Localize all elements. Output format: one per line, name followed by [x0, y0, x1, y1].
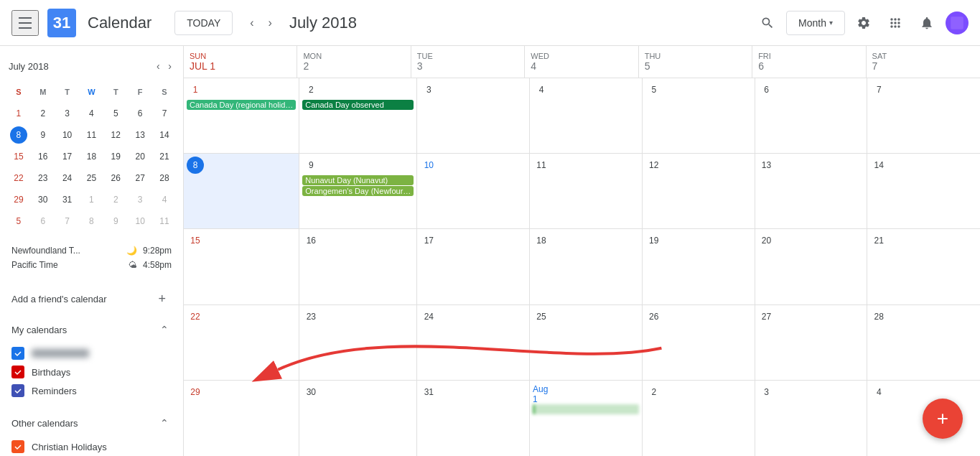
today-button[interactable]: TODAY — [174, 11, 233, 35]
calendar-item-birthdays[interactable]: Birthdays — [11, 363, 172, 381]
mini-cal-day[interactable]: 2 — [32, 103, 55, 124]
mini-cal-day[interactable]: 26 — [104, 168, 127, 188]
mini-cal-day[interactable]: 20 — [129, 146, 151, 167]
mini-cal-day[interactable]: 16 — [32, 146, 55, 167]
calendar-checkbox-reminders[interactable] — [11, 384, 24, 397]
mini-cal-day[interactable]: 1 — [80, 190, 103, 210]
mini-cal-next-button[interactable]: › — [165, 57, 174, 75]
other-calendars-collapse-button[interactable]: ⌃ — [157, 414, 172, 432]
mini-cal-day[interactable]: 2 — [104, 190, 127, 210]
cal-cell-jul23[interactable]: 23 — [299, 305, 417, 381]
mini-cal-day[interactable]: 8 — [7, 125, 30, 145]
mini-cal-day[interactable]: 19 — [104, 146, 127, 167]
mini-cal-day[interactable]: 29 — [7, 190, 30, 210]
event-canada-day[interactable]: Canada Day (regional holid… — [187, 100, 296, 110]
cal-cell-jul29[interactable]: 29 — [184, 381, 299, 456]
calendar-item-christian-holidays[interactable]: Christian Holidays — [11, 437, 172, 456]
event-orangemens-day[interactable]: Orangemen's Day (Newfour… — [302, 186, 414, 196]
cal-cell-jul4[interactable]: 4 — [530, 78, 643, 154]
cal-cell-aug2[interactable]: 2 — [643, 381, 755, 456]
view-selector[interactable]: Month ▾ — [786, 11, 845, 35]
cal-cell-jul27[interactable]: 27 — [755, 305, 868, 381]
mini-cal-day[interactable]: 8 — [80, 211, 103, 231]
cal-cell-jul18[interactable]: 18 — [530, 229, 643, 304]
mini-cal-day[interactable]: 23 — [32, 168, 55, 188]
mini-cal-day[interactable]: 10 — [129, 211, 151, 231]
cal-cell-jul28[interactable]: 28 — [867, 305, 980, 381]
event-aug-blurred[interactable] — [533, 404, 639, 414]
cal-cell-jul25[interactable]: 25 — [530, 305, 643, 381]
mini-cal-day[interactable]: 31 — [56, 190, 79, 210]
mini-cal-day[interactable]: 7 — [56, 211, 79, 231]
cal-cell-jul11[interactable]: 11 — [530, 154, 643, 229]
cal-cell-jul26[interactable]: 26 — [643, 305, 755, 381]
prev-month-button[interactable]: ‹ — [244, 11, 259, 35]
mini-cal-day[interactable]: 9 — [104, 211, 127, 231]
cal-cell-jul9[interactable]: 9 Nunavut Day (Nunavut) Orangemen's Day … — [299, 154, 417, 229]
mini-cal-day[interactable]: 12 — [104, 125, 127, 145]
cal-cell-jul12[interactable]: 12 — [643, 154, 755, 229]
cal-cell-jul13[interactable]: 13 — [755, 154, 868, 229]
cal-cell-jul2[interactable]: 2 Canada Day observed — [299, 78, 417, 154]
calendar-item-personal[interactable] — [11, 344, 172, 363]
create-event-fab[interactable]: + — [923, 399, 963, 439]
event-nunavut-day[interactable]: Nunavut Day (Nunavut) — [302, 175, 414, 185]
mini-cal-day[interactable]: 6 — [32, 211, 55, 231]
mini-cal-day[interactable]: 4 — [153, 190, 176, 210]
apps-button[interactable] — [882, 10, 908, 36]
mini-cal-day[interactable]: 5 — [104, 103, 127, 124]
cal-cell-jul22[interactable]: 22 — [184, 305, 299, 381]
search-button[interactable] — [755, 10, 780, 36]
mini-cal-day[interactable]: 3 — [56, 103, 79, 124]
cal-cell-jul14[interactable]: 14 — [867, 154, 980, 229]
next-month-button[interactable]: › — [263, 11, 278, 35]
cal-cell-jul8[interactable]: 8 — [184, 154, 299, 229]
cal-cell-aug1[interactable]: Aug 1 — [530, 381, 643, 456]
cal-cell-jul21[interactable]: 21 — [867, 229, 980, 304]
mini-cal-day[interactable]: 10 — [56, 125, 79, 145]
event-canada-day-observed[interactable]: Canada Day observed — [302, 100, 414, 110]
cal-cell-jul31[interactable]: 31 — [417, 381, 530, 456]
cal-cell-jul6[interactable]: 6 — [755, 78, 868, 154]
mini-cal-day[interactable]: 22 — [7, 168, 30, 188]
notifications-button[interactable] — [914, 10, 940, 36]
cal-cell-jul19[interactable]: 19 — [643, 229, 755, 304]
mini-cal-day[interactable]: 14 — [153, 125, 176, 145]
calendar-checkbox-birthdays[interactable] — [11, 366, 24, 378]
mini-cal-day[interactable]: 30 — [32, 190, 55, 210]
cal-cell-jul5[interactable]: 5 — [643, 78, 755, 154]
mini-cal-day[interactable]: 4 — [80, 103, 103, 124]
cal-cell-jul1[interactable]: 1 Canada Day (regional holid… — [184, 78, 299, 154]
cal-cell-jul17[interactable]: 17 — [417, 229, 530, 304]
mini-cal-day[interactable]: 25 — [80, 168, 103, 188]
mini-cal-day[interactable]: 13 — [129, 125, 151, 145]
mini-cal-prev-button[interactable]: ‹ — [154, 57, 163, 75]
cal-cell-jul20[interactable]: 20 — [755, 229, 868, 304]
mini-cal-day[interactable]: 6 — [129, 103, 151, 124]
hamburger-menu[interactable] — [11, 10, 39, 36]
cal-cell-jul10[interactable]: 10 — [417, 154, 530, 229]
calendar-checkbox-christian-holidays[interactable] — [11, 440, 24, 453]
settings-button[interactable] — [851, 10, 877, 36]
mini-cal-day[interactable]: 18 — [80, 146, 103, 167]
add-friend-calendar[interactable]: Add a friend's calendar + — [0, 283, 177, 315]
mini-cal-day[interactable]: 15 — [7, 146, 30, 167]
avatar[interactable] — [946, 11, 969, 34]
cal-cell-jul30[interactable]: 30 — [299, 381, 417, 456]
cal-cell-jul15[interactable]: 15 — [184, 229, 299, 304]
mini-cal-day[interactable]: 3 — [129, 190, 151, 210]
mini-cal-day[interactable]: 11 — [80, 125, 103, 145]
mini-cal-day[interactable]: 11 — [153, 211, 176, 231]
cal-cell-jul24[interactable]: 24 — [417, 305, 530, 381]
mini-cal-day[interactable]: 21 — [153, 146, 176, 167]
mini-cal-day[interactable]: 7 — [153, 103, 176, 124]
my-calendars-collapse-button[interactable]: ⌃ — [157, 321, 172, 338]
calendar-checkbox-personal[interactable] — [11, 347, 24, 360]
mini-cal-day[interactable]: 9 — [32, 125, 55, 145]
mini-cal-day[interactable]: 17 — [56, 146, 79, 167]
mini-cal-day[interactable]: 27 — [129, 168, 151, 188]
cal-cell-jul16[interactable]: 16 — [299, 229, 417, 304]
cal-cell-jul7[interactable]: 7 — [867, 78, 980, 154]
mini-cal-day[interactable]: 5 — [7, 211, 30, 231]
cal-cell-aug3[interactable]: 3 — [755, 381, 868, 456]
